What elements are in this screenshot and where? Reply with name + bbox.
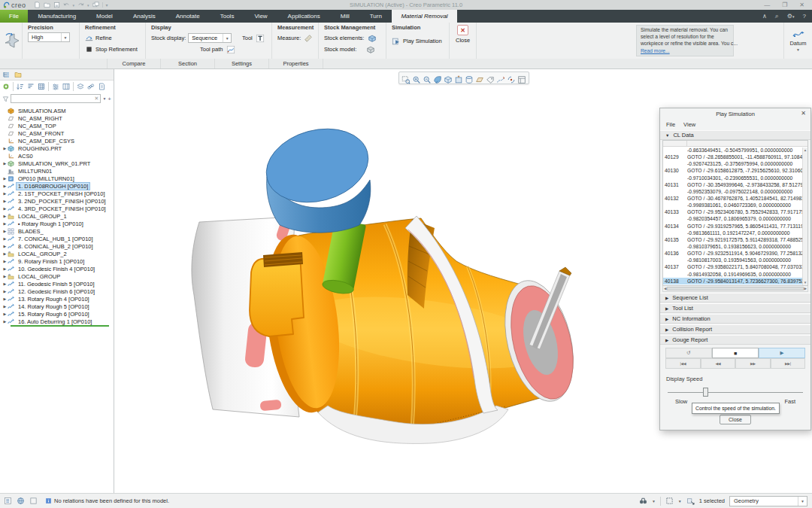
undo-icon[interactable] [63, 2, 70, 8]
tree-item[interactable]: ▶▪ Rotary Rough 1 [OP010] [0, 220, 114, 227]
repaint-icon[interactable] [433, 74, 442, 83]
new-file-icon[interactable] [34, 2, 41, 8]
tab-file[interactable]: File [0, 10, 28, 23]
tree-item[interactable]: ▶16. Auto Deburring 1 [OP010] [0, 318, 114, 325]
cl-data-row[interactable]: 40134GOTO / -29.9319257965, 5.8605411431… [663, 223, 807, 230]
tree-item[interactable]: ▶3. 2ND_POCKET_FINISH [OP010] [0, 197, 114, 205]
step-forward-button[interactable]: ▶▶ [735, 358, 771, 369]
tree-item[interactable]: NC_ASM_DEF_CSYS [0, 137, 114, 144]
tree-item-label[interactable]: 10. Geodesic Finish 4 [OP010] [17, 266, 96, 272]
tree-item[interactable]: ▶9. Rotary Finish 1 [OP010] [0, 257, 114, 265]
tool-holder[interactable] [258, 118, 377, 233]
zoom-out-icon[interactable] [423, 74, 432, 83]
tree-item[interactable]: ▶10. Geodesic Finish 4 [OP010] [0, 265, 114, 272]
model-tree-tab-icon[interactable] [2, 71, 10, 78]
saved-views-icon[interactable] [444, 74, 453, 83]
play-simulation-button[interactable]: Play Simulation [392, 35, 444, 47]
tree-item-label[interactable]: 12. Geodesic Finish 6 [OP010] [17, 288, 96, 295]
cl-data-row[interactable]: 40133GOTO / -29.9523406780, 5.7552942833… [663, 208, 807, 215]
tree-layers-icon[interactable] [77, 83, 84, 90]
tree-item[interactable]: ▶OP010 [MILLTURN01] [0, 175, 114, 182]
tree-item[interactable]: ▶BLADES_ [0, 227, 114, 235]
tab-applications[interactable]: Applications [277, 10, 330, 23]
tree-item-label[interactable]: NC_ASM_FRONT [17, 130, 65, 137]
display-style-icon[interactable] [465, 74, 474, 83]
find-binoculars-icon[interactable] [639, 497, 647, 505]
panel-tab-properties[interactable]: Properties [269, 59, 323, 68]
select-dropdown[interactable]: ▼ [678, 499, 682, 503]
play-button[interactable]: ▶ [759, 348, 805, 358]
tree-item-label[interactable]: OP010 [MILLTURN01] [17, 175, 76, 182]
close-tool-button[interactable]: ✕ [457, 25, 468, 35]
clear-search-icon[interactable]: ✕ [95, 96, 99, 102]
undo-dropdown[interactable]: ▾ [73, 3, 75, 8]
status-tree-toggle-icon[interactable] [4, 497, 12, 505]
tab-tools[interactable]: Tools [210, 10, 244, 23]
tree-item[interactable]: ACS0 [0, 152, 114, 160]
speed-slider[interactable] [668, 388, 803, 397]
cl-data-row[interactable]: 40131GOTO / -30.3549399646, -2.973843325… [663, 181, 807, 188]
cl-data-row[interactable]: 40132GOTO / -30.4678762876, 1.4052184541… [663, 195, 807, 202]
tree-item[interactable]: SIMULATION.ASM [0, 107, 114, 114]
status-browser-icon[interactable] [17, 497, 25, 505]
cl-data-row[interactable]: 40135GOTO / -29.9219172575, 5.9114289318… [663, 236, 807, 243]
cl-data-row[interactable]: 40138GOTO / -29.9584013147, 5.7236627300… [663, 278, 807, 284]
selection-filter-combo[interactable]: Geometry▼ [729, 496, 807, 506]
cl-data-table[interactable]: -0.8633649451, -0.5045799951, 0.00000000… [662, 140, 808, 286]
cl-data-row[interactable]: 40130GOTO / -29.6158612875, -7.291562561… [663, 167, 807, 174]
tree-item[interactable]: ▶LOCAL_GROUP_2 [0, 250, 114, 257]
section-tool-list[interactable]: ▶Tool List [660, 303, 810, 313]
tree-item-label[interactable]: 15. Rotary Rough 6 [OP010] [17, 311, 91, 318]
open-file-icon[interactable] [44, 2, 50, 8]
tree-item-label[interactable]: NC_ASM_TOP [17, 123, 58, 129]
tree-item-label[interactable]: SIMULATION_WRK_01.PRT [17, 160, 92, 167]
status-box-icon[interactable] [29, 497, 38, 505]
cl-data-row[interactable]: -0.9952353079, -0.0975022148, 0.00000000… [663, 188, 807, 195]
tree-item-label[interactable]: LOCAL_GROUP [17, 273, 62, 280]
tree-grid-icon[interactable] [38, 83, 45, 90]
folder-browser-tab-icon[interactable] [14, 71, 22, 78]
command-search-icon[interactable]: ⌕ [775, 12, 779, 20]
cl-data-row[interactable]: 40136GOTO / -29.9232511914, 5.9046729390… [663, 250, 807, 257]
tab-view[interactable]: View [244, 10, 277, 23]
tree-item-label[interactable]: LOCAL_GROUP_2 [17, 251, 68, 257]
tree-item-label[interactable]: 7. CONICAL_HUB_1 [OP010] [17, 236, 95, 242]
dialog-menu-file[interactable]: File [666, 121, 675, 128]
tree-item-label[interactable]: ▪ Rotary Rough 1 [OP010] [17, 221, 85, 227]
tree-sort-icon[interactable] [17, 83, 24, 90]
refit-icon[interactable] [401, 74, 411, 83]
dialog-close-icon[interactable]: ✕ [801, 110, 806, 117]
tree-item[interactable]: NC_ASM_FRONT [0, 129, 114, 137]
tree-doc-icon[interactable] [98, 83, 105, 90]
tree-item-label[interactable]: 2. 1ST_POCKET_FINISH [OP010] [17, 190, 106, 197]
cl-data-row[interactable]: -0.9814932058, 0.1914969635, 0.000000000… [663, 271, 807, 278]
tab-material-removal[interactable]: Material Removal [392, 10, 456, 23]
tab-annotate[interactable]: Annotate [165, 10, 210, 23]
tab-manufacturing[interactable]: Manufacturing [28, 10, 86, 23]
tree-item-label[interactable]: 4. 3RD_POCKET_FINISH [OP010] [17, 205, 108, 212]
settings-gear-icon[interactable]: ⚙▾ [787, 13, 795, 20]
ribbon-group-datum[interactable]: Datum ▼ [783, 23, 812, 59]
tree-item[interactable]: NC_ASM_RIGHT [0, 114, 114, 122]
tree-item[interactable]: ▶SIMULATION_WRK_01.PRT [0, 160, 114, 167]
tree-item[interactable]: ▶7. CONICAL_HUB_1 [OP010] [0, 235, 114, 242]
tree-item[interactable]: ▶ROUGHING.PRT [0, 144, 114, 152]
tree-item[interactable]: ▶2. 1ST_POCKET_FINISH [OP010] [0, 190, 114, 197]
minimize-button[interactable]: — [764, 1, 770, 9]
tree-item-label[interactable]: SIMULATION.ASM [17, 108, 68, 114]
tree-item-label[interactable]: LOCAL_GROUP_1 [17, 213, 68, 220]
cl-data-row[interactable]: -0.9810817003, 0.1935941563, 0.000000000… [663, 257, 807, 263]
refine-button[interactable]: Refine [85, 32, 140, 44]
save-icon[interactable] [53, 2, 60, 8]
tree-list-icon[interactable] [27, 83, 35, 90]
stock-display-combo[interactable]: Sequence▼ [188, 33, 232, 43]
tree-search-input[interactable]: ✕ [11, 94, 101, 103]
speed-slider-handle[interactable] [703, 388, 708, 397]
tree-item[interactable]: ▶4. 3RD_POCKET_FINISH [OP010] [0, 205, 114, 212]
precision-combo[interactable]: High▼ [28, 32, 70, 42]
go-start-button[interactable]: |◀◀ [665, 358, 701, 369]
tree-item[interactable]: ▶1. D16R08ROUGH [OP010] [0, 182, 114, 190]
go-end-button[interactable]: ▶▶| [771, 358, 806, 369]
step-back-button[interactable]: ◀◀ [701, 358, 736, 369]
tree-link-icon[interactable] [87, 83, 95, 90]
